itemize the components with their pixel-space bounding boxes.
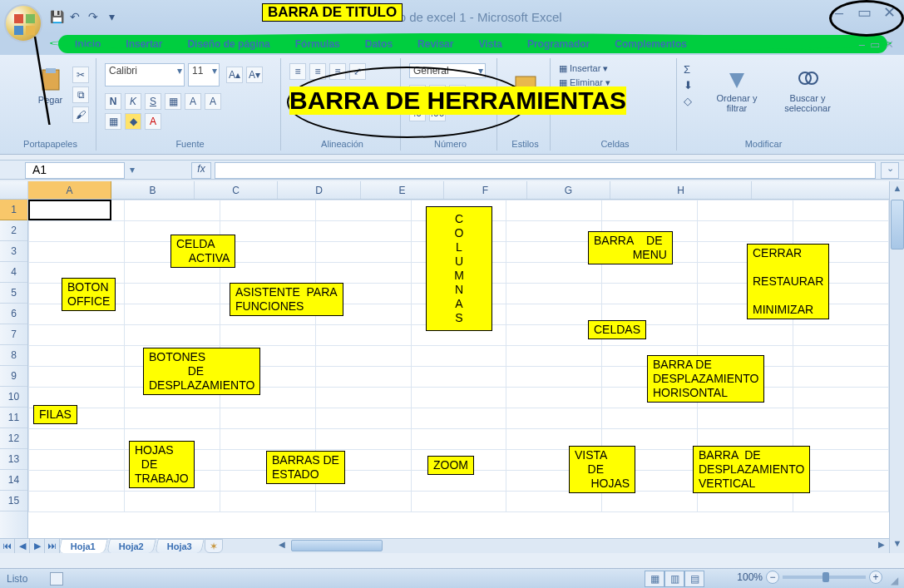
font-grow[interactable]: A xyxy=(185,93,201,110)
tab-programador[interactable]: Programador xyxy=(527,38,590,50)
cell[interactable] xyxy=(793,408,889,429)
cell[interactable] xyxy=(29,429,125,450)
cell[interactable] xyxy=(220,408,315,429)
zoom-slider[interactable] xyxy=(783,576,866,579)
cell[interactable] xyxy=(411,346,506,367)
cell[interactable] xyxy=(29,367,125,388)
cell[interactable] xyxy=(315,367,411,388)
cell[interactable] xyxy=(506,284,602,304)
align-center-icon[interactable]: ≡ xyxy=(309,86,326,103)
font-color-icon[interactable]: A xyxy=(145,113,161,130)
bold-button[interactable]: N xyxy=(105,93,121,110)
indent-inc-icon[interactable]: ⇥ xyxy=(369,86,386,103)
row-header-8[interactable]: 8 xyxy=(0,345,27,366)
delete-cells-button[interactable]: ▦ Eliminar ▾ xyxy=(559,77,671,88)
wb-restore-icon[interactable]: ▭ xyxy=(870,38,880,51)
row-header-5[interactable]: 5 xyxy=(0,283,27,304)
sheet-nav-first[interactable]: ⏮ xyxy=(0,539,15,553)
indent-dec-icon[interactable]: ⇤ xyxy=(349,86,366,103)
cell[interactable] xyxy=(506,367,602,388)
macro-record-icon[interactable] xyxy=(50,572,63,586)
cell[interactable] xyxy=(124,304,220,325)
cell[interactable] xyxy=(315,221,411,242)
align-left-icon[interactable]: ≡ xyxy=(289,86,306,103)
cell[interactable] xyxy=(220,325,315,346)
row-header-12[interactable]: 12 xyxy=(0,428,27,449)
expand-formula-bar-icon[interactable]: ⌄ xyxy=(881,162,899,179)
number-format-combo[interactable]: General xyxy=(409,63,486,78)
font-size-combo[interactable]: 11 xyxy=(188,63,220,86)
comma-icon[interactable]: 000 xyxy=(449,85,466,101)
col-header-f[interactable]: F xyxy=(444,181,527,199)
cell[interactable] xyxy=(793,346,889,367)
wb-minimize-icon[interactable]: – xyxy=(859,38,865,51)
cell[interactable] xyxy=(315,242,411,263)
cut-icon[interactable]: ✂ xyxy=(72,67,89,83)
redo-icon[interactable]: ↷ xyxy=(86,10,100,23)
cell[interactable] xyxy=(698,221,793,242)
align-mid-icon[interactable]: ≡ xyxy=(309,63,326,80)
view-layout-icon[interactable]: ▥ xyxy=(664,571,684,587)
border-button[interactable]: ▦ xyxy=(165,93,181,110)
cell[interactable] xyxy=(602,408,698,429)
row-header-3[interactable]: 3 xyxy=(0,241,27,262)
row-header-14[interactable]: 14 xyxy=(0,470,27,491)
format-cells-button[interactable]: ▦ Formato ▾ xyxy=(559,91,671,102)
scroll-left-icon[interactable]: ◀ xyxy=(276,540,288,551)
tab-diseno[interactable]: Diseño de página xyxy=(187,38,269,50)
col-header-e[interactable]: E xyxy=(361,181,444,199)
underline-button[interactable]: S xyxy=(145,93,161,110)
cell[interactable] xyxy=(124,325,220,346)
cell[interactable] xyxy=(506,388,602,408)
font-shrink[interactable]: A xyxy=(205,93,221,110)
row-header-7[interactable]: 7 xyxy=(0,324,27,345)
insert-cells-button[interactable]: ▦ Insertar ▾ xyxy=(559,63,671,74)
cell[interactable] xyxy=(29,450,125,471)
find-select-button[interactable]: Buscar y seleccionar xyxy=(773,67,842,116)
name-box[interactable]: A1 xyxy=(25,162,125,179)
cell[interactable] xyxy=(698,492,793,512)
office-button[interactable] xyxy=(4,4,42,42)
wb-close-icon[interactable]: ✕ xyxy=(885,38,894,51)
cell[interactable] xyxy=(602,263,698,284)
view-pagebreak-icon[interactable]: ▤ xyxy=(684,571,704,587)
scroll-right-icon[interactable]: ▶ xyxy=(876,540,887,551)
cell[interactable] xyxy=(506,200,602,221)
formula-input[interactable] xyxy=(215,162,876,179)
autosum-icon[interactable]: Σ xyxy=(684,63,693,76)
zoom-in-button[interactable]: + xyxy=(869,571,882,584)
minimize-button[interactable]: – xyxy=(831,5,847,22)
tab-vista[interactable]: Vista xyxy=(478,38,501,50)
dec-decimal-icon[interactable]: .00 xyxy=(429,105,446,121)
col-header-c[interactable]: C xyxy=(195,181,278,199)
cell[interactable] xyxy=(220,200,315,221)
shrink-font-icon[interactable]: A▾ xyxy=(246,67,263,83)
col-header-a[interactable]: A xyxy=(28,181,111,199)
row-header-1[interactable]: 1 xyxy=(0,200,27,220)
col-header-h[interactable]: H xyxy=(610,181,752,199)
sheet-nav-last[interactable]: ⏭ xyxy=(45,539,60,553)
tab-revisar[interactable]: Revisar xyxy=(417,38,453,50)
cell[interactable] xyxy=(29,325,125,346)
cell[interactable] xyxy=(220,429,315,450)
percent-icon[interactable]: % xyxy=(429,85,446,101)
font-name-combo[interactable]: Calibri xyxy=(105,63,185,86)
cell[interactable] xyxy=(602,200,698,221)
new-sheet-button[interactable]: ✶ xyxy=(205,539,223,553)
cell[interactable] xyxy=(29,242,125,263)
cell[interactable] xyxy=(793,325,889,346)
cell[interactable] xyxy=(411,367,506,388)
col-header-g[interactable]: G xyxy=(527,181,610,199)
clear-icon[interactable]: ◇ xyxy=(684,95,693,107)
cell[interactable] xyxy=(793,221,889,242)
row-header-6[interactable]: 6 xyxy=(0,304,27,324)
row-header-4[interactable]: 4 xyxy=(0,262,27,283)
cell[interactable] xyxy=(698,200,793,221)
cell[interactable] xyxy=(124,492,220,512)
row-header-9[interactable]: 9 xyxy=(0,366,27,387)
inc-decimal-icon[interactable]: .0 xyxy=(409,105,426,121)
styles-button[interactable]: Estilos xyxy=(501,70,550,111)
cell[interactable] xyxy=(29,471,125,492)
qat-dropdown-icon[interactable]: ▾ xyxy=(105,10,118,23)
insert-function-button[interactable]: fx xyxy=(191,162,211,179)
